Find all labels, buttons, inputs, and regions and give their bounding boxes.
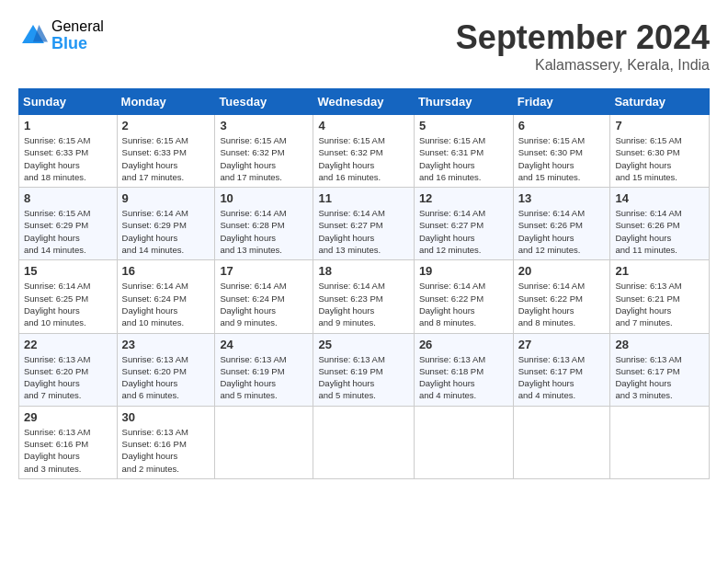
day-number: 18 [318,264,408,278]
day-info: Sunrise: 6:14 AM Sunset: 6:29 PM Dayligh… [122,207,210,256]
day-info: Sunrise: 6:14 AM Sunset: 6:27 PM Dayligh… [419,207,508,256]
table-row: 22 Sunrise: 6:13 AM Sunset: 6:20 PM Dayl… [19,333,118,406]
title-block: September 2024 Kalamassery, Kerala, Indi… [456,18,710,74]
table-row: 24 Sunrise: 6:13 AM Sunset: 6:19 PM Dayl… [215,333,313,406]
col-wednesday: Wednesday [313,89,414,115]
table-row: 13 Sunrise: 6:14 AM Sunset: 6:26 PM Dayl… [513,188,610,260]
col-tuesday: Tuesday [215,89,313,115]
table-row: 30 Sunrise: 6:13 AM Sunset: 6:16 PM Dayl… [117,406,215,478]
day-number: 15 [24,264,112,278]
table-row [215,406,313,478]
logo-blue: Blue [51,35,104,53]
day-number: 4 [318,119,408,132]
day-number: 16 [122,264,210,278]
day-info: Sunrise: 6:15 AM Sunset: 6:32 PM Dayligh… [318,134,408,183]
logo-icon [18,21,48,51]
day-info: Sunrise: 6:13 AM Sunset: 6:16 PM Dayligh… [122,426,210,475]
day-number: 2 [122,119,210,132]
day-info: Sunrise: 6:15 AM Sunset: 6:33 PM Dayligh… [24,134,112,183]
calendar-week-row: 29 Sunrise: 6:13 AM Sunset: 6:16 PM Dayl… [19,406,710,478]
day-info: Sunrise: 6:15 AM Sunset: 6:30 PM Dayligh… [615,134,704,183]
table-row: 25 Sunrise: 6:13 AM Sunset: 6:19 PM Dayl… [313,333,414,406]
table-row [414,406,513,478]
table-row: 11 Sunrise: 6:14 AM Sunset: 6:27 PM Dayl… [313,188,414,260]
day-number: 12 [419,191,508,205]
table-row: 23 Sunrise: 6:13 AM Sunset: 6:20 PM Dayl… [117,333,215,406]
table-row: 15 Sunrise: 6:14 AM Sunset: 6:25 PM Dayl… [19,260,118,333]
calendar-header-row: Sunday Monday Tuesday Wednesday Thursday… [19,89,710,115]
table-row: 17 Sunrise: 6:14 AM Sunset: 6:24 PM Dayl… [215,260,313,333]
table-row: 26 Sunrise: 6:13 AM Sunset: 6:18 PM Dayl… [414,333,513,406]
col-sunday: Sunday [19,89,118,115]
table-row [313,406,414,478]
day-info: Sunrise: 6:14 AM Sunset: 6:28 PM Dayligh… [220,207,308,256]
table-row: 21 Sunrise: 6:13 AM Sunset: 6:21 PM Dayl… [610,260,710,333]
day-number: 13 [518,191,606,205]
table-row: 6 Sunrise: 6:15 AM Sunset: 6:30 PM Dayli… [513,115,610,188]
day-info: Sunrise: 6:14 AM Sunset: 6:26 PM Dayligh… [615,207,704,256]
day-number: 19 [419,264,508,278]
day-number: 27 [518,338,606,351]
month-title: September 2024 [456,18,710,57]
logo-general: General [51,18,104,35]
table-row: 29 Sunrise: 6:13 AM Sunset: 6:16 PM Dayl… [19,406,118,478]
day-info: Sunrise: 6:13 AM Sunset: 6:18 PM Dayligh… [419,353,508,402]
calendar-week-row: 22 Sunrise: 6:13 AM Sunset: 6:20 PM Dayl… [19,333,710,406]
day-number: 30 [122,410,210,424]
day-number: 29 [24,410,112,424]
table-row [513,406,610,478]
day-info: Sunrise: 6:13 AM Sunset: 6:17 PM Dayligh… [518,353,606,402]
day-number: 5 [419,119,508,132]
calendar-week-row: 8 Sunrise: 6:15 AM Sunset: 6:29 PM Dayli… [19,188,710,260]
table-row: 10 Sunrise: 6:14 AM Sunset: 6:28 PM Dayl… [215,188,313,260]
day-number: 17 [220,264,308,278]
table-row: 20 Sunrise: 6:14 AM Sunset: 6:22 PM Dayl… [513,260,610,333]
day-number: 26 [419,338,508,351]
day-info: Sunrise: 6:13 AM Sunset: 6:21 PM Dayligh… [615,280,704,328]
day-number: 14 [615,191,704,205]
page-header: General Blue September 2024 Kalamassery,… [18,18,710,74]
day-info: Sunrise: 6:13 AM Sunset: 6:19 PM Dayligh… [220,353,308,402]
day-info: Sunrise: 6:14 AM Sunset: 6:24 PM Dayligh… [122,280,210,328]
day-number: 24 [220,338,308,351]
day-info: Sunrise: 6:13 AM Sunset: 6:17 PM Dayligh… [615,353,704,402]
table-row: 9 Sunrise: 6:14 AM Sunset: 6:29 PM Dayli… [117,188,215,260]
day-info: Sunrise: 6:14 AM Sunset: 6:25 PM Dayligh… [24,280,112,328]
table-row: 12 Sunrise: 6:14 AM Sunset: 6:27 PM Dayl… [414,188,513,260]
day-number: 25 [318,338,408,351]
table-row: 1 Sunrise: 6:15 AM Sunset: 6:33 PM Dayli… [19,115,118,188]
table-row: 28 Sunrise: 6:13 AM Sunset: 6:17 PM Dayl… [610,333,710,406]
day-number: 22 [24,338,112,351]
table-row: 2 Sunrise: 6:15 AM Sunset: 6:33 PM Dayli… [117,115,215,188]
day-info: Sunrise: 6:13 AM Sunset: 6:20 PM Dayligh… [122,353,210,402]
day-info: Sunrise: 6:13 AM Sunset: 6:19 PM Dayligh… [318,353,408,402]
day-number: 7 [615,119,704,132]
day-info: Sunrise: 6:15 AM Sunset: 6:33 PM Dayligh… [122,134,210,183]
day-number: 3 [220,119,308,132]
calendar-week-row: 1 Sunrise: 6:15 AM Sunset: 6:33 PM Dayli… [19,115,710,188]
day-info: Sunrise: 6:13 AM Sunset: 6:16 PM Dayligh… [24,426,112,475]
calendar-week-row: 15 Sunrise: 6:14 AM Sunset: 6:25 PM Dayl… [19,260,710,333]
col-saturday: Saturday [610,89,710,115]
day-number: 21 [615,264,704,278]
day-number: 6 [518,119,606,132]
day-number: 23 [122,338,210,351]
day-info: Sunrise: 6:14 AM Sunset: 6:24 PM Dayligh… [220,280,308,328]
calendar-table: Sunday Monday Tuesday Wednesday Thursday… [18,88,710,479]
day-info: Sunrise: 6:14 AM Sunset: 6:26 PM Dayligh… [518,207,606,256]
table-row: 3 Sunrise: 6:15 AM Sunset: 6:32 PM Dayli… [215,115,313,188]
logo-text: General Blue [51,18,104,52]
day-number: 1 [24,119,112,132]
col-thursday: Thursday [414,89,513,115]
table-row: 18 Sunrise: 6:14 AM Sunset: 6:23 PM Dayl… [313,260,414,333]
col-monday: Monday [117,89,215,115]
day-number: 20 [518,264,606,278]
table-row: 27 Sunrise: 6:13 AM Sunset: 6:17 PM Dayl… [513,333,610,406]
day-info: Sunrise: 6:14 AM Sunset: 6:27 PM Dayligh… [318,207,408,256]
day-info: Sunrise: 6:15 AM Sunset: 6:29 PM Dayligh… [24,207,112,256]
day-number: 9 [122,191,210,205]
table-row: 19 Sunrise: 6:14 AM Sunset: 6:22 PM Dayl… [414,260,513,333]
day-info: Sunrise: 6:14 AM Sunset: 6:22 PM Dayligh… [518,280,606,328]
table-row: 14 Sunrise: 6:14 AM Sunset: 6:26 PM Dayl… [610,188,710,260]
day-info: Sunrise: 6:15 AM Sunset: 6:30 PM Dayligh… [518,134,606,183]
